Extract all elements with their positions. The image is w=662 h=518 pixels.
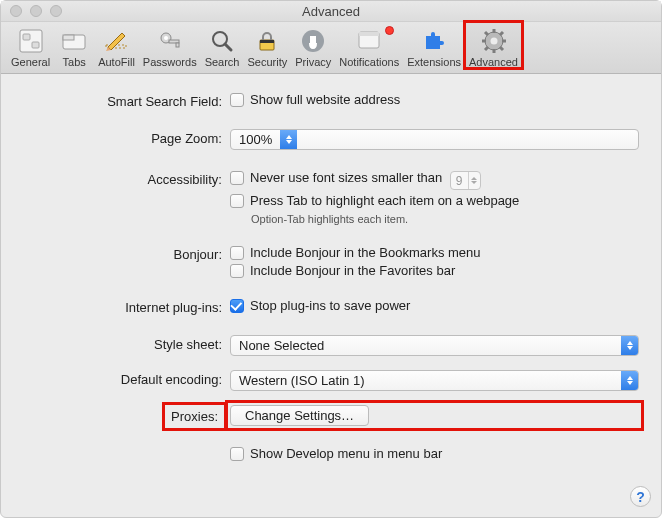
page-zoom-label: Page Zoom: [23, 129, 230, 146]
accessibility-hint: Option-Tab highlights each item. [251, 213, 639, 225]
svg-rect-16 [359, 32, 379, 36]
window-title: Advanced [1, 4, 661, 19]
show-full-url-checkbox[interactable]: Show full website address [230, 92, 639, 107]
min-font-stepper[interactable]: 9 [450, 171, 481, 190]
toolbar-privacy[interactable]: Privacy [291, 22, 335, 68]
style-sheet-select[interactable]: None Selected [230, 335, 639, 356]
toolbar-item-label: Security [247, 56, 287, 68]
checkbox-label: Include Bonjour in the Favorites bar [250, 263, 455, 278]
gear-icon [478, 25, 510, 57]
svg-line-26 [485, 47, 488, 50]
button-label: Change Settings… [245, 408, 354, 423]
advanced-pane: Smart Search Field: Show full website ad… [1, 74, 661, 475]
bell-icon [353, 25, 385, 57]
hand-icon [297, 25, 329, 57]
checkbox-label: Never use font sizes smaller than [250, 170, 442, 185]
svg-line-25 [500, 32, 503, 35]
checkbox-label: Stop plug-ins to save power [250, 298, 410, 313]
svg-rect-4 [63, 35, 74, 40]
select-value: 100% [231, 130, 280, 149]
toolbar-passwords[interactable]: Passwords [139, 22, 201, 68]
svg-line-24 [500, 47, 503, 50]
svg-line-11 [225, 44, 231, 50]
close-window-button[interactable] [10, 5, 22, 17]
tab-highlight-checkbox[interactable]: Press Tab to highlight each item on a we… [230, 193, 639, 208]
toolbar-general[interactable]: General [7, 22, 54, 68]
svg-rect-13 [260, 40, 274, 43]
select-value: Western (ISO Latin 1) [231, 371, 621, 390]
toolbar-tabs[interactable]: Tabs [54, 22, 94, 68]
notification-badge-icon [385, 26, 394, 35]
zoom-window-button[interactable] [50, 5, 62, 17]
svg-rect-1 [23, 34, 30, 40]
toolbar-notifications[interactable]: Notifications [335, 22, 403, 68]
checkbox-label: Press Tab to highlight each item on a we… [250, 193, 519, 208]
magnifier-icon [206, 25, 238, 57]
pencil-icon [100, 25, 132, 57]
lock-icon [251, 25, 283, 57]
puzzle-icon [418, 25, 450, 57]
tab-icon [58, 25, 90, 57]
toolbar-item-label: Privacy [295, 56, 331, 68]
minimize-window-button[interactable] [30, 5, 42, 17]
help-icon: ? [636, 489, 645, 505]
toolbar-item-label: Advanced [469, 56, 518, 68]
change-proxy-settings-button[interactable]: Change Settings… [230, 405, 369, 426]
toolbar-item-label: Notifications [339, 56, 399, 68]
window-controls [10, 5, 62, 17]
proxies-button-highlight: Change Settings… [230, 405, 639, 426]
min-font-checkbox[interactable]: Never use font sizes smaller than [230, 170, 442, 185]
stop-plugins-checkbox[interactable]: Stop plug-ins to save power [230, 298, 639, 313]
chevron-updown-icon [468, 172, 480, 189]
chevron-updown-icon [280, 130, 297, 149]
empty-label [23, 446, 230, 448]
key-icon [154, 25, 186, 57]
toolbar-extensions[interactable]: Extensions [403, 22, 465, 68]
bonjour-favorites-checkbox[interactable]: Include Bonjour in the Favorites bar [230, 263, 639, 278]
toolbar-autofill[interactable]: AutoFill [94, 22, 139, 68]
stepper-value: 9 [451, 174, 468, 188]
bonjour-label: Bonjour: [23, 245, 230, 262]
checkbox-label: Include Bonjour in the Bookmarks menu [250, 245, 481, 260]
proxies-label-highlight: Proxies: [167, 407, 222, 426]
toolbar-item-label: Passwords [143, 56, 197, 68]
plugins-label: Internet plug-ins: [23, 298, 230, 315]
toolbar-item-label: AutoFill [98, 56, 135, 68]
svg-rect-2 [32, 42, 39, 48]
accessibility-label: Accessibility: [23, 170, 230, 187]
svg-point-18 [490, 38, 497, 45]
chevron-updown-icon [621, 371, 638, 390]
toolbar-item-label: Tabs [63, 56, 86, 68]
select-value: None Selected [231, 336, 621, 355]
toolbar-security[interactable]: Security [243, 22, 291, 68]
checkbox-label: Show Develop menu in menu bar [250, 446, 442, 461]
toolbar-item-label: Search [205, 56, 240, 68]
proxies-label: Proxies: [23, 405, 230, 426]
toolbar-item-label: Extensions [407, 56, 461, 68]
preferences-toolbar: General Tabs AutoFill Passwords [1, 22, 661, 74]
svg-rect-9 [176, 43, 179, 47]
svg-rect-0 [20, 30, 42, 52]
toolbar-advanced[interactable]: Advanced [465, 22, 522, 68]
bonjour-bookmarks-checkbox[interactable]: Include Bonjour in the Bookmarks menu [230, 245, 639, 260]
help-button[interactable]: ? [630, 486, 651, 507]
preferences-window: Advanced General Tabs AutoFill [0, 0, 662, 518]
show-develop-menu-checkbox[interactable]: Show Develop menu in menu bar [230, 446, 639, 461]
style-sheet-label: Style sheet: [23, 335, 230, 352]
page-zoom-select[interactable]: 100% [230, 129, 639, 150]
svg-line-23 [485, 32, 488, 35]
switches-icon [15, 25, 47, 57]
encoding-select[interactable]: Western (ISO Latin 1) [230, 370, 639, 391]
chevron-updown-icon [621, 336, 638, 355]
toolbar-item-label: General [11, 56, 50, 68]
encoding-label: Default encoding: [23, 370, 230, 387]
toolbar-search[interactable]: Search [201, 22, 244, 68]
titlebar: Advanced [1, 1, 661, 22]
svg-point-7 [164, 36, 168, 40]
checkbox-label: Show full website address [250, 92, 400, 107]
smart-search-label: Smart Search Field: [23, 92, 230, 109]
